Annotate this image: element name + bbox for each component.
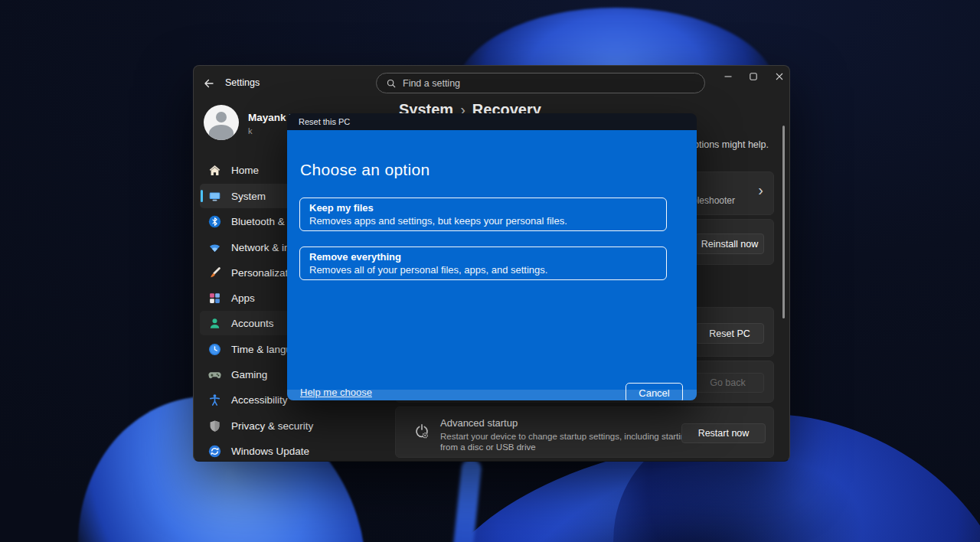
maximize-button[interactable] (742, 69, 765, 84)
scrollbar-thumb[interactable] (782, 126, 785, 318)
avatar-body (209, 125, 234, 140)
sidebar-label: Apps (231, 292, 255, 304)
network-icon (208, 241, 221, 254)
sidebar-item-privacy[interactable]: Privacy & security (200, 413, 330, 438)
maximize-icon (749, 72, 758, 81)
system-icon (208, 190, 221, 203)
power-gear-icon (413, 423, 431, 441)
option-remove-everything[interactable]: Remove everything Removes all of your pe… (299, 247, 667, 280)
reset-this-pc-dialog: Reset this PC Choose an option Keep my f… (287, 113, 697, 400)
avatar[interactable] (204, 105, 239, 140)
sidebar-label: Home (231, 165, 259, 176)
advanced-startup-title: Advanced startup (440, 417, 518, 429)
privacy-icon (208, 420, 221, 433)
user-detail: k (248, 126, 253, 136)
option-description: Removes apps and settings, but keeps you… (309, 215, 657, 227)
sidebar-item-windows-update[interactable]: Windows Update (200, 439, 330, 463)
selected-indicator-pill (201, 190, 203, 202)
dialog-heading: Choose an option (300, 161, 430, 179)
gaming-icon (208, 368, 221, 381)
chevron-right-icon: › (758, 182, 763, 198)
go-back-button[interactable]: Go back (691, 373, 764, 393)
reinstall-now-button[interactable]: Reinstall now (695, 233, 764, 254)
advanced-startup-subtitle-line1: Restart your device to change startup se… (440, 432, 691, 441)
minimize-icon (724, 72, 733, 81)
dialog-footer-strip (287, 390, 697, 400)
restart-now-button[interactable]: Restart now (681, 423, 766, 443)
sidebar-label: Accounts (231, 318, 274, 329)
search-icon (386, 78, 397, 89)
search-box[interactable] (376, 73, 705, 93)
sidebar-label: Privacy & security (231, 420, 313, 432)
accounts-icon (208, 317, 221, 330)
advanced-startup-row: Advanced startup Restart your device to … (395, 406, 774, 458)
back-button[interactable] (201, 76, 217, 91)
personalization-icon (208, 266, 221, 279)
dialog-titlebar[interactable]: Reset this PC (287, 113, 697, 130)
advanced-startup-subtitle-line2: from a disc or USB drive (440, 442, 536, 452)
close-button[interactable] (768, 69, 791, 84)
windows-update-icon (208, 445, 221, 458)
option-title: Keep my files (309, 202, 657, 214)
sidebar-label: Windows Update (231, 446, 309, 457)
back-arrow-icon (203, 77, 215, 90)
reset-pc-button[interactable]: Reset PC (695, 323, 764, 344)
option-keep-my-files[interactable]: Keep my files Removes apps and settings,… (299, 198, 667, 231)
sidebar-label: System (231, 191, 266, 202)
option-title: Remove everything (309, 251, 657, 263)
dialog-body: Choose an option Keep my files Removes a… (287, 130, 697, 400)
sidebar-label: Gaming (231, 369, 267, 380)
home-icon (208, 164, 221, 177)
option-description: Removes all of your personal files, apps… (309, 264, 657, 276)
sidebar-label: Accessibility (231, 394, 288, 406)
wallpaper-streak (450, 459, 482, 542)
app-title: Settings (225, 77, 260, 88)
close-icon (775, 72, 784, 81)
time-language-icon (208, 343, 221, 356)
search-input[interactable] (403, 78, 695, 89)
accessibility-icon (208, 393, 221, 406)
minimize-button[interactable] (717, 69, 740, 84)
avatar-head (216, 112, 227, 122)
desktop: Settings Mayank P k Home System (0, 0, 980, 542)
apps-icon (208, 292, 221, 305)
bluetooth-icon (208, 215, 221, 228)
